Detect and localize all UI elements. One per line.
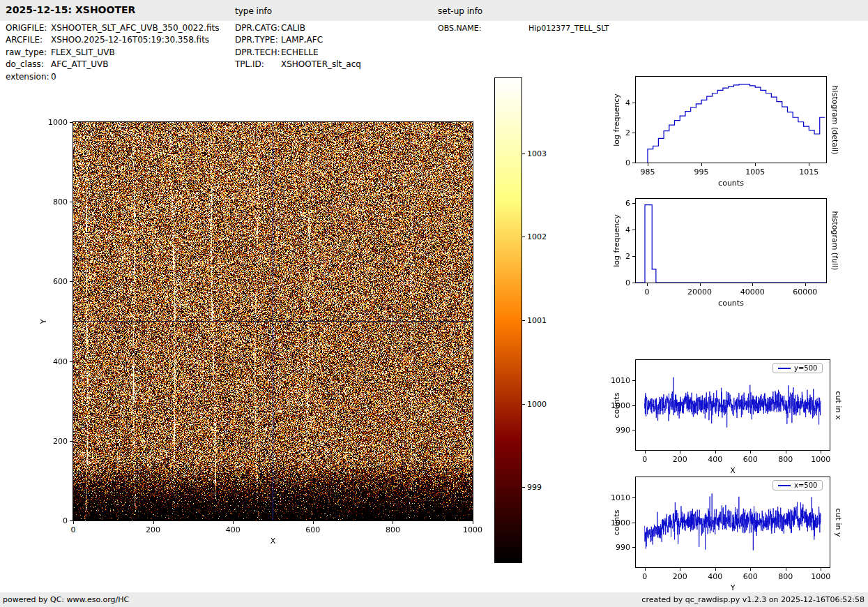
x-tick bbox=[393, 521, 393, 524]
colorbar-tick-label: 1001 bbox=[527, 316, 547, 325]
y-tick bbox=[632, 103, 635, 103]
x-tick-label: 1015 bbox=[799, 167, 818, 177]
colorbar-tick bbox=[522, 153, 525, 154]
y-tick bbox=[632, 256, 635, 257]
x-tick-label: 1000 bbox=[811, 455, 830, 464]
y-tick-label: 0 bbox=[63, 516, 68, 525]
y-tick-label: 990 bbox=[616, 426, 630, 435]
footer-right-text: created by qc_rawdisp.py v1.2.3 on 2025-… bbox=[641, 592, 865, 607]
x-tick bbox=[645, 568, 646, 571]
x-tick-label: 600 bbox=[743, 572, 758, 581]
y-tick bbox=[632, 133, 635, 133]
right-side-label: histogram (full) bbox=[830, 211, 839, 271]
y-tick-label: 4 bbox=[625, 225, 630, 234]
x-tick bbox=[647, 283, 648, 286]
x-tick-label: 200 bbox=[146, 525, 160, 534]
y-tick bbox=[632, 430, 635, 430]
x-tick-label: 400 bbox=[226, 525, 241, 534]
x-tick bbox=[680, 451, 680, 454]
y-tick bbox=[632, 497, 635, 498]
colorbar-tick-label: 1003 bbox=[527, 149, 547, 158]
y-tick bbox=[70, 281, 73, 282]
x-tick-label: 800 bbox=[778, 455, 793, 464]
legend: y=500 bbox=[772, 363, 823, 373]
x-tick-label: 985 bbox=[640, 167, 655, 177]
x-tick-label: 0 bbox=[642, 572, 647, 581]
cut-in-x-canvas bbox=[636, 360, 830, 450]
x-tick-label: 800 bbox=[386, 525, 400, 534]
y-tick bbox=[632, 163, 635, 163]
x-tick bbox=[750, 451, 751, 454]
y-axis-label: log frequency bbox=[612, 214, 621, 267]
x-tick bbox=[821, 451, 821, 454]
histogram-detail-canvas bbox=[636, 77, 826, 163]
legend-label: x=500 bbox=[794, 481, 817, 489]
right-side-label: cut in y bbox=[834, 508, 843, 537]
y-axis-label: counts bbox=[612, 509, 621, 535]
x-tick-label: 1000 bbox=[463, 525, 482, 534]
y-axis-label: Y bbox=[39, 319, 48, 324]
y-tick-label: 990 bbox=[616, 543, 630, 552]
y-tick-label: 0 bbox=[625, 158, 630, 167]
x-tick bbox=[473, 521, 473, 524]
y-tick-label: 4 bbox=[625, 98, 630, 107]
x-tick bbox=[645, 451, 646, 454]
x-axis-label: counts bbox=[718, 299, 744, 308]
colorbar-canvas bbox=[495, 78, 521, 562]
y-tick bbox=[632, 203, 635, 204]
x-axis-label: X bbox=[730, 466, 736, 475]
x-tick bbox=[313, 521, 314, 524]
x-tick-label: 800 bbox=[778, 572, 793, 581]
x-axis-label: Y bbox=[731, 583, 736, 592]
x-tick-label: 60000 bbox=[793, 287, 817, 297]
footer-left-text: powered by QC: www.eso.org/HC bbox=[3, 592, 129, 607]
x-tick bbox=[680, 568, 680, 571]
x-tick bbox=[809, 163, 809, 166]
y-tick-label: 1010 bbox=[611, 375, 630, 384]
x-tick bbox=[821, 568, 821, 571]
colorbar-tick bbox=[522, 237, 525, 237]
colorbar-tick-label: 999 bbox=[527, 483, 542, 492]
y-tick bbox=[70, 122, 73, 123]
y-axis-label: log frequency bbox=[612, 93, 621, 146]
histogram-full-canvas bbox=[636, 199, 826, 283]
colorbar-tick-label: 1002 bbox=[527, 232, 547, 241]
y-tick-label: 0 bbox=[625, 278, 630, 287]
figure-area: 0200400600800100002004006008001000XY1003… bbox=[0, 0, 868, 607]
legend-label: y=500 bbox=[794, 364, 817, 372]
y-tick bbox=[632, 547, 635, 548]
x-tick bbox=[715, 451, 716, 454]
x-tick bbox=[805, 283, 806, 286]
x-tick-label: 400 bbox=[708, 572, 722, 581]
y-tick-label: 400 bbox=[53, 357, 68, 366]
x-tick bbox=[701, 163, 702, 166]
x-tick bbox=[755, 163, 756, 166]
colorbar-tick-label: 1000 bbox=[527, 399, 547, 408]
y-tick-label: 6 bbox=[625, 198, 630, 207]
y-tick bbox=[70, 202, 73, 202]
footer-bar: powered by QC: www.eso.org/HC created by… bbox=[0, 592, 868, 607]
x-tick-label: 200 bbox=[673, 455, 687, 464]
cut-in-y-canvas bbox=[636, 477, 830, 567]
y-tick bbox=[70, 361, 73, 362]
x-tick bbox=[73, 521, 74, 524]
y-tick-label: 2 bbox=[625, 251, 630, 260]
y-tick bbox=[632, 380, 635, 381]
right-side-label: histogram (detail) bbox=[830, 85, 839, 154]
x-tick-label: 600 bbox=[743, 455, 758, 464]
x-tick-label: 0 bbox=[645, 287, 650, 297]
x-axis-label: counts bbox=[718, 179, 744, 188]
x-tick bbox=[752, 283, 753, 286]
x-tick bbox=[648, 163, 648, 166]
x-tick-label: 20000 bbox=[687, 287, 712, 297]
y-tick-label: 800 bbox=[53, 197, 68, 207]
y-tick bbox=[632, 283, 635, 283]
legend-line-sample bbox=[778, 368, 791, 369]
colorbar-tick bbox=[522, 487, 525, 488]
y-tick bbox=[70, 441, 73, 442]
x-tick-label: 40000 bbox=[740, 287, 765, 297]
x-tick-label: 1000 bbox=[811, 572, 830, 581]
x-tick-label: 1005 bbox=[745, 167, 765, 177]
x-tick-label: 600 bbox=[305, 525, 320, 534]
y-tick-label: 600 bbox=[53, 277, 68, 286]
